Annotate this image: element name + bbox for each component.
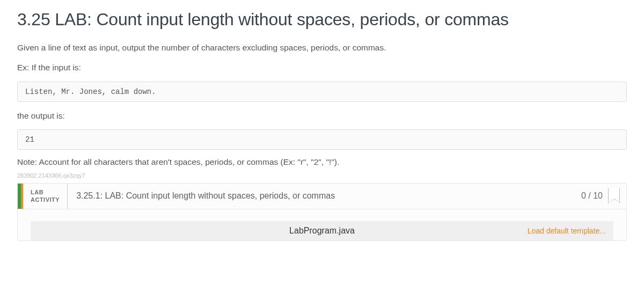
example-input-block: Listen, Mr. Jones, calm down. bbox=[17, 82, 627, 102]
reference-id: 283902.2143366.qx3zqy7 bbox=[17, 172, 627, 179]
bookmark-icon[interactable] bbox=[608, 188, 620, 203]
note-text: Note: Account for all characters that ar… bbox=[17, 157, 627, 167]
file-bar-wrap: LabProgram.java Load default template... bbox=[18, 209, 626, 240]
example-intro: Ex: If the input is: bbox=[17, 61, 627, 74]
activity-score: 0 / 10 bbox=[575, 184, 626, 209]
score-text: 0 / 10 bbox=[581, 191, 603, 201]
badge-line2: ACTIVITY bbox=[31, 196, 60, 203]
page-title: 3.25 LAB: Count input length without spa… bbox=[17, 10, 627, 30]
file-bar: LabProgram.java Load default template... bbox=[31, 221, 613, 240]
activity-card: LAB ACTIVITY 3.25.1: LAB: Count input le… bbox=[17, 183, 627, 241]
activity-badge: LAB ACTIVITY bbox=[23, 184, 68, 209]
badge-line1: LAB bbox=[31, 188, 60, 196]
example-output-block: 21 bbox=[17, 129, 627, 150]
load-default-link[interactable]: Load default template... bbox=[528, 227, 606, 235]
activity-title: 3.25.1: LAB: Count input length without … bbox=[68, 184, 575, 209]
output-intro: the output is: bbox=[17, 110, 627, 122]
problem-description: Given a line of text as input, output th… bbox=[17, 41, 627, 54]
activity-header: LAB ACTIVITY 3.25.1: LAB: Count input le… bbox=[18, 184, 626, 209]
file-name: LabProgram.java bbox=[31, 226, 613, 236]
